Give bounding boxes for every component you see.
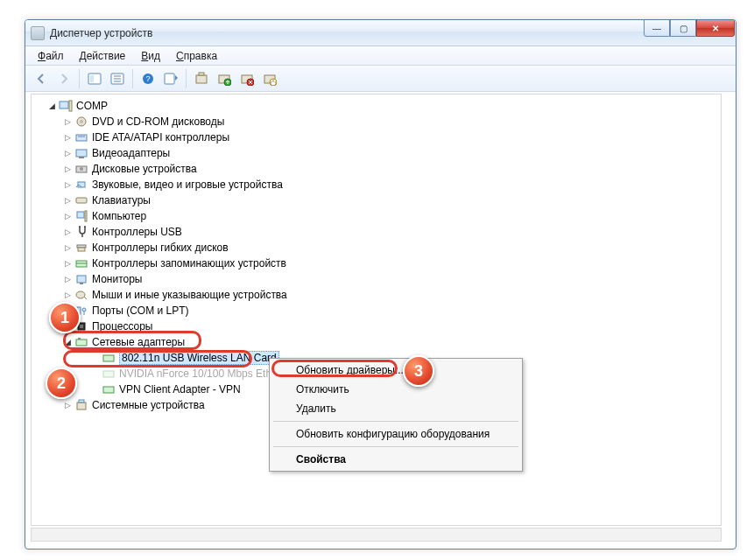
ctx-update-drivers[interactable]: Обновить драйверы...	[271, 360, 520, 380]
svg-rect-8	[165, 74, 174, 84]
update-driver-button[interactable]	[214, 68, 235, 89]
expand-icon[interactable]: ▷	[63, 228, 73, 237]
tree-item-label[interactable]: Контроллеры гибких дисков	[92, 242, 229, 254]
scan-hardware-button[interactable]	[191, 68, 212, 89]
ctx-separator	[273, 446, 518, 447]
tree-item-label[interactable]: VPN Client Adapter - VPN	[119, 383, 241, 396]
device-category-icon	[74, 272, 88, 286]
expand-icon[interactable]: ▷	[63, 401, 73, 410]
expand-icon[interactable]: ▷	[63, 243, 73, 253]
ctx-disable[interactable]: Отключить	[271, 380, 520, 399]
svg-rect-31	[77, 212, 84, 218]
tree-item-label[interactable]: Мыши и иные указывающие устройства	[92, 289, 287, 301]
device-category-icon	[74, 115, 88, 129]
ctx-scan-hardware[interactable]: Обновить конфигурацию оборудования	[271, 424, 520, 444]
expand-icon[interactable]: ▷	[63, 259, 73, 269]
tree-item-label[interactable]: Системные устройства	[92, 399, 205, 411]
ctx-uninstall[interactable]: Удалить	[271, 399, 520, 418]
expand-icon[interactable]: ◢	[63, 338, 73, 347]
svg-rect-9	[196, 75, 207, 83]
device-category-icon	[74, 162, 88, 176]
close-button[interactable]: ✕	[696, 19, 735, 37]
tree-item-label[interactable]: IDE ATA/ATAPI контроллеры	[92, 131, 229, 144]
tree-item-label[interactable]: Мониторы	[92, 273, 142, 285]
expand-icon[interactable]: ◢	[47, 102, 57, 111]
svg-point-28	[80, 167, 83, 171]
action-button[interactable]	[160, 68, 181, 89]
show-hide-tree-button[interactable]	[84, 68, 105, 89]
tree-item-label[interactable]: Контроллеры USB	[92, 226, 182, 238]
svg-point-41	[82, 308, 86, 312]
svg-rect-26	[79, 157, 84, 158]
svg-rect-47	[103, 355, 114, 361]
tree-item-label[interactable]: Компьютер	[92, 210, 146, 222]
tree-item-label[interactable]: Видеоадаптеры	[92, 147, 170, 159]
computer-icon	[59, 99, 73, 113]
network-adapter-icon	[102, 351, 116, 365]
svg-rect-44	[80, 325, 83, 328]
svg-rect-49	[103, 387, 114, 393]
expand-icon[interactable]: ▷	[63, 117, 73, 127]
svg-rect-32	[85, 211, 87, 221]
disable-button[interactable]	[259, 68, 280, 89]
toolbar-separator	[186, 69, 187, 88]
svg-rect-45	[76, 340, 87, 346]
ctx-separator	[273, 421, 518, 422]
tree-item-label[interactable]: Процессоры	[92, 320, 153, 332]
device-category-icon	[74, 209, 88, 223]
expand-icon[interactable]: ▷	[63, 275, 73, 284]
svg-text:?: ?	[145, 74, 150, 83]
system-device-icon	[74, 398, 88, 412]
expand-icon[interactable]: ▷	[63, 149, 73, 158]
menu-action[interactable]: Действие	[73, 48, 133, 64]
svg-rect-1	[90, 75, 94, 82]
network-adapter-icon	[102, 367, 116, 381]
minimize-button[interactable]: —	[644, 19, 670, 37]
help-button[interactable]: ?	[137, 68, 159, 89]
ctx-properties[interactable]: Свойства	[271, 450, 520, 469]
toolbar-separator	[132, 69, 133, 88]
tree-item-label[interactable]: 802.11n USB Wireless LAN Card	[119, 351, 279, 365]
expand-icon[interactable]: ▷	[63, 290, 73, 300]
expand-icon[interactable]: ▷	[63, 164, 73, 174]
app-icon	[31, 26, 45, 40]
device-category-icon	[74, 304, 88, 318]
tree-item-label[interactable]: Клавиатуры	[92, 194, 151, 206]
svg-rect-48	[103, 371, 114, 377]
device-category-icon	[74, 225, 88, 239]
maximize-button[interactable]: ▢	[670, 19, 696, 37]
network-adapter-icon	[102, 382, 116, 396]
expand-icon[interactable]: ▷	[63, 133, 73, 143]
tree-item-label[interactable]: Порты (COM и LPT)	[92, 304, 189, 317]
expand-icon[interactable]: ▷	[63, 306, 73, 316]
expand-icon[interactable]: ▷	[63, 322, 73, 332]
tree-item-label[interactable]: Дисковые устройства	[92, 163, 197, 175]
svg-rect-30	[76, 198, 87, 203]
tree-item-label[interactable]: DVD и CD-ROM дисководы	[92, 116, 224, 128]
tree-item-label[interactable]: Звуковые, видео и игровые устройства	[92, 178, 283, 191]
svg-rect-23	[76, 135, 87, 141]
device-category-icon	[74, 130, 88, 144]
device-category-icon	[74, 256, 88, 270]
menu-file[interactable]: Файл	[31, 48, 71, 64]
menubar: Файл Действие Вид Справка	[25, 46, 736, 66]
window-title: Диспетчер устройств	[50, 27, 152, 39]
back-button[interactable]	[31, 68, 52, 89]
tree-root-label[interactable]: COMP	[76, 100, 108, 112]
horizontal-scrollbar[interactable]	[31, 528, 722, 542]
properties-button[interactable]	[107, 68, 128, 89]
tree-item-label[interactable]: Контроллеры запоминающих устройств	[92, 257, 286, 270]
menu-help[interactable]: Справка	[169, 48, 224, 64]
expand-icon[interactable]: ▷	[63, 212, 73, 221]
uninstall-button[interactable]	[236, 68, 257, 89]
forward-button[interactable]	[53, 68, 74, 89]
svg-rect-37	[77, 276, 86, 283]
toolbar-separator	[79, 69, 80, 88]
svg-rect-50	[77, 402, 86, 410]
svg-rect-40	[77, 307, 81, 314]
device-category-icon	[74, 241, 88, 255]
expand-icon[interactable]: ▷	[63, 180, 73, 190]
menu-view[interactable]: Вид	[134, 48, 167, 64]
expand-icon[interactable]: ▷	[63, 196, 73, 206]
tree-item-label[interactable]: Сетевые адаптеры	[92, 336, 185, 348]
